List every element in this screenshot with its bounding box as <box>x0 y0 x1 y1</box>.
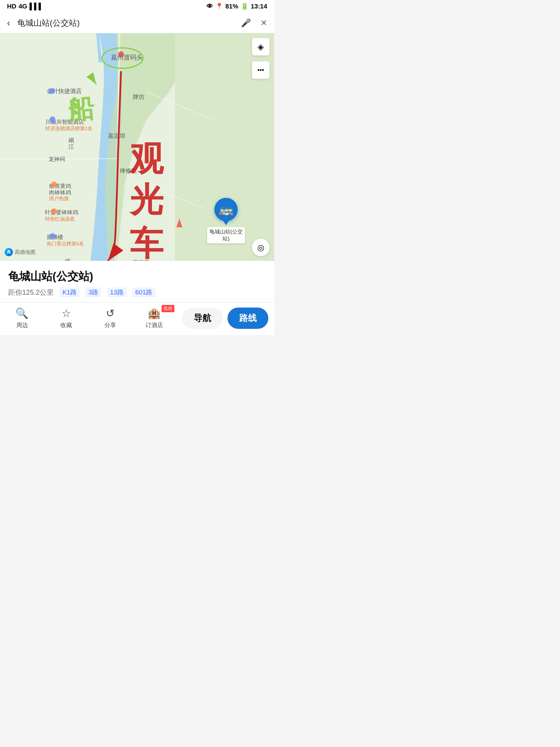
search-input[interactable]: 龟城山站(公交站) <box>17 18 234 29</box>
star-icon: ☆ <box>61 307 71 319</box>
hd-indicator: HD <box>7 3 16 10</box>
route-3[interactable]: 3路 <box>85 287 101 297</box>
nearby-label: 周边 <box>16 321 28 329</box>
hotel-icon: 🏨 <box>148 307 161 319</box>
marker-pin <box>223 221 229 225</box>
route-601[interactable]: 601路 <box>132 287 156 297</box>
nav-items: 🔍 周边 ☆ 收藏 ↺ 分享 🏨 低价 订酒店 <box>0 307 176 329</box>
mic-button[interactable]: 🎤 <box>239 16 254 30</box>
search-bar: ‹ 龟城山站(公交站) 🎤 ✕ <box>0 13 274 33</box>
route-k1[interactable]: K1路 <box>59 287 80 297</box>
gaode-text: 高德地图 <box>15 249 35 256</box>
eye-icon: 👁 <box>207 3 213 10</box>
map-area[interactable]: 嘉州渡码头 金叶快捷酒店 牌坊 川融兴智能酒店 经济连锁酒店榜第1名 岷 江 嘉… <box>0 33 274 261</box>
bus-marker-label: 龟城山站(公交 站) <box>207 227 245 243</box>
layers-button[interactable]: ◈ <box>252 38 269 55</box>
close-button[interactable]: ✕ <box>258 16 269 30</box>
navigate-button[interactable]: 导航 <box>182 308 223 329</box>
battery-level: 81% <box>225 3 238 10</box>
location-icon: ◎ <box>257 243 264 252</box>
battery-icon: 🔋 <box>241 3 248 10</box>
share-label: 分享 <box>104 321 116 329</box>
share-icon: ↺ <box>106 307 115 319</box>
distance-text: 距你125.2公里 <box>8 288 54 297</box>
nav-item-nearby[interactable]: 🔍 周边 <box>9 307 35 329</box>
gaode-logo: 高 高德地图 <box>5 248 35 256</box>
place-meta: 距你125.2公里 K1路 3路 13路 601路 <box>8 287 266 297</box>
nav-item-share[interactable]: ↺ 分享 <box>97 307 123 329</box>
bus-icon: 🚌 <box>214 198 238 221</box>
layers-icon: ◈ <box>258 42 264 52</box>
route-button[interactable]: 路线 <box>228 308 268 329</box>
route-13[interactable]: 13路 <box>107 287 126 297</box>
status-right: 👁 📍 81% 🔋 13:14 <box>207 3 267 10</box>
nav-actions: 导航 路线 <box>176 308 274 329</box>
back-button[interactable]: ‹ <box>5 15 12 31</box>
signal-4g: 4G <box>19 3 27 10</box>
nav-item-hotel[interactable]: 🏨 低价 订酒店 <box>141 307 167 329</box>
search-icon: 🔍 <box>16 307 29 319</box>
nav-item-collect[interactable]: ☆ 收藏 <box>53 307 79 329</box>
hotel-label: 订酒店 <box>145 321 163 329</box>
more-button[interactable]: ••• <box>252 61 269 79</box>
signal-bars: ▌▌▌ <box>29 3 43 10</box>
gaode-icon: 高 <box>5 248 13 256</box>
location-button[interactable]: ◎ <box>252 239 269 256</box>
more-icon: ••• <box>257 66 264 74</box>
low-price-badge: 低价 <box>162 305 175 312</box>
bus-stop-marker[interactable]: 🚌 龟城山站(公交 站) <box>207 198 245 243</box>
status-left: HD 4G ▌▌▌ <box>7 3 43 10</box>
info-panel: 龟城山站(公交站) 距你125.2公里 K1路 3路 13路 601路 <box>0 261 274 302</box>
bottom-navigation: 🔍 周边 ☆ 收藏 ↺ 分享 🏨 低价 订酒店 导航 路线 <box>0 302 274 335</box>
collect-label: 收藏 <box>60 321 72 329</box>
clock: 13:14 <box>251 3 267 10</box>
location-icon: 📍 <box>215 3 223 10</box>
status-bar: HD 4G ▌▌▌ 👁 📍 81% 🔋 13:14 <box>0 0 274 13</box>
place-title: 龟城山站(公交站) <box>8 269 266 284</box>
